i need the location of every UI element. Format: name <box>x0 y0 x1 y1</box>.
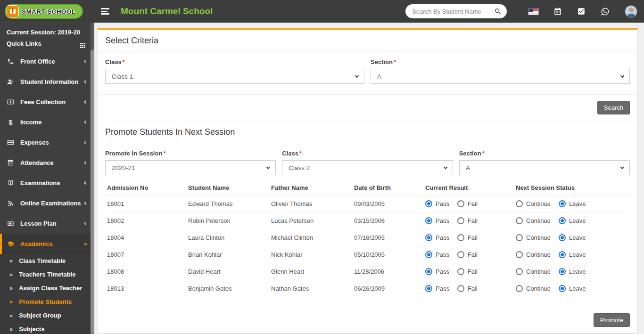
pass-radio[interactable] <box>425 285 432 292</box>
continue-radio-label: Continue <box>526 234 551 241</box>
required-asterisk: * <box>123 58 125 65</box>
dob-cell: 11/28/2006 <box>352 263 423 280</box>
fees-collection-icon <box>7 98 15 106</box>
submenu-item-assign-class-teacher[interactable]: » Assign Class Teacher <box>0 281 94 295</box>
fail-radio[interactable] <box>457 234 464 241</box>
pass-radio[interactable] <box>425 234 432 241</box>
continue-radio-label: Continue <box>526 200 551 207</box>
continue-radio[interactable] <box>516 234 523 241</box>
submenu-item-subjects[interactable]: » Subjects <box>0 322 94 334</box>
submenu-item-subject-group[interactable]: » Subject Group <box>0 309 94 322</box>
sidebar-item-fees-collection[interactable]: Fees Collection <box>0 92 94 112</box>
sidebar-item-lesson-plan[interactable]: Lesson Plan <box>0 213 94 234</box>
sidebar-item-online-examinations[interactable]: Online Examinations <box>0 193 94 213</box>
pass-radio-label: Pass <box>436 268 449 275</box>
continue-radio[interactable] <box>516 251 523 258</box>
father-name-cell: Nick Kohlar <box>269 246 352 263</box>
col-admission-no: Admission No <box>105 180 186 196</box>
pass-radio[interactable] <box>425 217 432 224</box>
income-icon: $ <box>7 118 15 126</box>
search-input[interactable] <box>412 8 494 15</box>
language-flag-icon[interactable] <box>528 8 538 15</box>
double-arrow-icon: » <box>9 271 13 278</box>
continue-radio[interactable] <box>516 200 523 207</box>
user-avatar[interactable] <box>625 5 637 18</box>
promote-button[interactable]: Promote <box>594 313 630 327</box>
todo-check-icon[interactable] <box>577 7 586 16</box>
hamburger-menu-icon[interactable] <box>101 8 109 15</box>
search-button[interactable]: Search <box>597 101 630 114</box>
continue-radio-label: Continue <box>526 251 551 258</box>
sidebar-item-income[interactable]: $ Income <box>0 112 94 132</box>
promote-session-select[interactable]: 2020-21 <box>105 160 276 175</box>
table-row: 18013 Benjamin Gates Nathan Gates 06/26/… <box>105 280 630 297</box>
section-select[interactable]: A <box>371 69 630 84</box>
logo-text: SMART SCHOOL <box>22 8 75 15</box>
sidebar-item-attendance[interactable]: Attendance <box>0 153 94 173</box>
submenu-item-class-timetable[interactable]: » Class Timetable <box>0 254 94 268</box>
student-name-cell: David Heart <box>186 263 269 280</box>
admission-no-cell: 18013 <box>105 280 186 297</box>
col-date-of-birth: Date of Birth <box>352 180 423 196</box>
promote-class-label: Class* <box>282 150 453 157</box>
continue-radio[interactable] <box>516 285 523 292</box>
fail-radio[interactable] <box>457 285 464 292</box>
continue-radio[interactable] <box>516 217 523 224</box>
leave-radio[interactable] <box>559 217 566 224</box>
app-logo[interactable]: SMART SCHOOL <box>0 0 94 23</box>
calendar-icon[interactable] <box>553 7 562 16</box>
section-select-value: A <box>377 73 621 80</box>
sidebar-item-examinations[interactable]: Examinations <box>0 173 94 193</box>
chevron-down-icon <box>620 73 624 77</box>
section-label: Section* <box>371 58 630 65</box>
chevron-down-icon <box>443 165 447 169</box>
expenses-icon <box>7 138 15 147</box>
continue-radio-label: Continue <box>526 217 551 224</box>
sidebar-scrollbar[interactable] <box>91 23 94 334</box>
pass-radio[interactable] <box>425 268 432 275</box>
fail-radio[interactable] <box>457 268 464 275</box>
submenu-item-label: Teachers Timetable <box>19 271 75 278</box>
double-arrow-icon: » <box>9 326 13 333</box>
leave-radio[interactable] <box>559 200 566 207</box>
promote-section-value: A <box>466 164 621 171</box>
pass-radio[interactable] <box>425 200 432 207</box>
leave-radio[interactable] <box>559 285 566 292</box>
sidebar-item-label: Online Examinations <box>20 200 84 207</box>
sidebar-item-academics[interactable]: Academics <box>0 234 94 254</box>
promote-class-select[interactable]: Class 2 <box>282 160 453 175</box>
submenu-item-promote-students[interactable]: » Promote Students <box>0 295 94 309</box>
continue-radio[interactable] <box>516 268 523 275</box>
sidebar-item-label: Expenses <box>20 139 84 146</box>
fail-radio[interactable] <box>457 200 464 207</box>
class-select[interactable]: Class 1 <box>105 69 364 84</box>
sidebar-item-front-office[interactable]: Front Office <box>0 51 94 72</box>
graduation-cap-icon <box>7 240 15 248</box>
sidebar-item-label: Lesson Plan <box>20 220 84 227</box>
required-asterisk: * <box>299 150 302 157</box>
fail-radio-label: Fail <box>468 268 478 275</box>
admission-no-cell: 18001 <box>105 196 186 212</box>
front-office-icon <box>7 57 15 65</box>
sidebar-item-expenses[interactable]: Expenses <box>0 132 94 153</box>
fail-radio[interactable] <box>457 251 464 258</box>
chevron-left-icon <box>84 202 87 205</box>
class-select-value: Class 1 <box>112 73 355 80</box>
quick-links[interactable]: Quick Links <box>7 40 88 47</box>
leave-radio[interactable] <box>559 268 566 275</box>
pass-radio[interactable] <box>425 251 432 258</box>
attendance-icon <box>7 159 15 167</box>
leave-radio[interactable] <box>559 234 566 241</box>
leave-radio[interactable] <box>559 251 566 258</box>
sidebar-item-student-information[interactable]: Student Information <box>0 72 94 92</box>
promote-students-card: Select Criteria Class* Class 1 Section* … <box>97 28 638 334</box>
promote-section-select[interactable]: A <box>459 160 630 175</box>
submenu-item-teachers-timetable[interactable]: » Teachers Timetable <box>0 268 94 281</box>
quick-links-label: Quick Links <box>7 40 41 47</box>
logo-pill: SMART SCHOOL <box>5 4 83 19</box>
fail-radio[interactable] <box>457 217 464 224</box>
search-icon[interactable] <box>494 8 502 16</box>
whatsapp-icon[interactable] <box>601 7 610 16</box>
chevron-left-icon <box>84 141 87 144</box>
chevron-left-icon <box>84 60 87 63</box>
